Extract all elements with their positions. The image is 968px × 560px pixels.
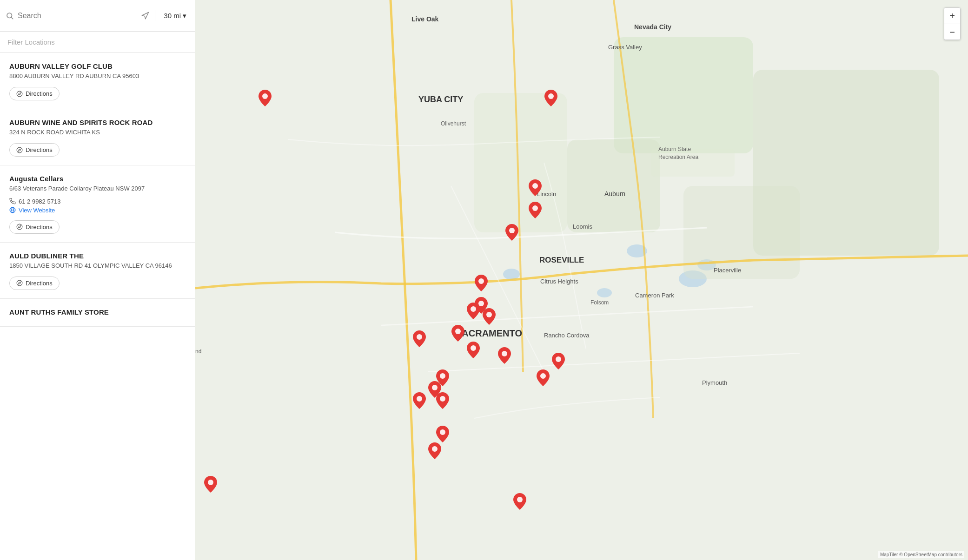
location-website[interactable]: View Website — [9, 207, 186, 214]
map-pin-11[interactable] — [413, 330, 426, 347]
globe-icon — [9, 207, 16, 213]
map-pin-9[interactable] — [483, 308, 496, 325]
svg-rect-21 — [474, 93, 567, 232]
zoom-out-button[interactable]: − — [944, 24, 960, 40]
svg-point-66 — [517, 497, 523, 502]
map-controls: + − — [944, 7, 961, 40]
map-svg: Live Oak YUBA CITY Olivehurst Nevada Cit… — [195, 0, 968, 560]
phone-number: 61 2 9982 5713 — [19, 198, 60, 205]
map-pin-21[interactable] — [428, 442, 441, 459]
svg-point-18 — [597, 288, 612, 297]
location-address: 6/63 Veterans Parade Collaroy Plateau NS… — [9, 184, 186, 193]
svg-point-65 — [208, 480, 213, 485]
location-name: AUBURN WINE AND SPIRITS ROCK ROAD — [9, 119, 186, 126]
map-pin-19[interactable] — [537, 369, 550, 386]
map-pin-12[interactable] — [467, 342, 480, 358]
map-pin-13[interactable] — [498, 347, 511, 364]
svg-point-59 — [432, 385, 438, 390]
location-name: Augusta Cellars — [9, 175, 186, 183]
location-card-auburn-wine: AUBURN WINE AND SPIRITS ROCK ROAD 324 N … — [0, 109, 195, 165]
svg-marker-6 — [19, 149, 21, 151]
svg-text:Plymouth: Plymouth — [702, 379, 727, 386]
svg-text:Citrus Heights: Citrus Heights — [540, 278, 578, 285]
map-pin-3[interactable] — [529, 179, 542, 196]
map-pin-6[interactable] — [475, 275, 488, 291]
svg-point-14 — [503, 269, 520, 280]
map-attribution: MapTiler © OpenStreetMap contributors — [878, 551, 964, 558]
svg-point-46 — [532, 183, 538, 189]
svg-point-51 — [471, 306, 476, 312]
svg-text:nd: nd — [195, 348, 201, 355]
compass-icon — [16, 91, 23, 97]
svg-rect-24 — [651, 149, 735, 177]
svg-point-47 — [532, 205, 538, 211]
map-pin-18[interactable] — [436, 392, 449, 409]
svg-text:Folsom: Folsom — [590, 299, 609, 306]
map-pin-4[interactable] — [529, 202, 542, 218]
svg-point-49 — [478, 278, 484, 284]
svg-point-3 — [17, 91, 22, 97]
svg-point-55 — [471, 345, 476, 351]
zoom-in-button[interactable]: + — [944, 8, 960, 24]
svg-point-45 — [548, 93, 554, 99]
directions-label: Directions — [26, 146, 53, 153]
map-pin-2[interactable] — [544, 90, 557, 106]
svg-text:YUBA CITY: YUBA CITY — [418, 95, 463, 104]
compass-icon — [16, 224, 23, 230]
map-pin-10[interactable] — [451, 325, 464, 342]
svg-point-64 — [432, 446, 438, 452]
svg-point-56 — [502, 351, 507, 356]
filter-bar[interactable]: Filter Locations — [0, 32, 195, 53]
svg-text:Loomis: Loomis — [573, 223, 592, 230]
map-pin-5[interactable] — [505, 224, 518, 241]
svg-text:Auburn State: Auburn State — [658, 146, 691, 152]
svg-line-1 — [11, 17, 13, 19]
map-pin-17[interactable] — [413, 392, 426, 409]
search-icon — [6, 12, 14, 20]
directions-button-augusta[interactable]: Directions — [9, 220, 60, 234]
location-name: AUBURN VALLEY GOLF CLUB — [9, 62, 186, 70]
svg-point-61 — [440, 396, 445, 402]
location-name: AULD DUBLINER THE — [9, 252, 186, 260]
svg-point-57 — [556, 356, 561, 362]
svg-text:Recreation Area: Recreation Area — [658, 154, 698, 160]
svg-point-9 — [17, 224, 22, 230]
map-pin-14[interactable] — [552, 353, 565, 369]
map-container[interactable]: Live Oak YUBA CITY Olivehurst Nevada Cit… — [195, 0, 968, 560]
search-bar: 30 mi ▾ — [0, 0, 195, 32]
location-card-augusta-cellars: Augusta Cellars 6/63 Veterans Parade Col… — [0, 165, 195, 242]
svg-text:ROSEVILLE: ROSEVILLE — [539, 256, 584, 264]
svg-point-48 — [509, 228, 515, 233]
directions-button-auld-dubliner[interactable]: Directions — [9, 277, 60, 290]
directions-label: Directions — [26, 90, 53, 97]
website-link: View Website — [19, 207, 55, 214]
location-card-aunt-ruths: AUNT RUTHS FAMILY STORE — [0, 299, 195, 327]
location-list: AUBURN VALLEY GOLF CLUB 8800 AUBURN VALL… — [0, 53, 195, 560]
filter-placeholder: Filter Locations — [7, 38, 55, 46]
svg-marker-12 — [19, 282, 21, 284]
map-pin-23[interactable] — [513, 493, 526, 510]
svg-point-62 — [540, 373, 546, 379]
svg-point-63 — [440, 429, 445, 435]
directions-label: Directions — [26, 280, 53, 287]
map-pin-20[interactable] — [436, 426, 449, 442]
sidebar: 30 mi ▾ Filter Locations AUBURN VALLEY G… — [0, 0, 195, 560]
directions-button-auburn-wine[interactable]: Directions — [9, 143, 60, 157]
svg-point-52 — [486, 312, 492, 317]
svg-rect-23 — [683, 186, 800, 279]
svg-text:Grass Valley: Grass Valley — [608, 44, 642, 51]
directions-button-auburn-valley-golf[interactable]: Directions — [9, 87, 60, 100]
location-phone: 61 2 9982 5713 — [9, 198, 186, 205]
location-card-auburn-valley-golf: AUBURN VALLEY GOLF CLUB 8800 AUBURN VALL… — [0, 53, 195, 109]
map-pin-22[interactable] — [204, 476, 217, 493]
map-pin-1[interactable] — [259, 90, 272, 106]
directions-label: Directions — [26, 224, 53, 231]
location-address: 324 N ROCK ROAD WICHITA KS — [9, 128, 186, 137]
distance-selector[interactable]: 30 mi ▾ — [161, 10, 189, 22]
map-pin-8[interactable] — [467, 303, 480, 319]
svg-marker-10 — [19, 226, 21, 228]
svg-text:Olivehurst: Olivehurst — [441, 120, 466, 127]
svg-marker-2 — [142, 12, 149, 19]
search-input[interactable] — [18, 12, 137, 20]
navigate-icon[interactable] — [141, 12, 149, 20]
